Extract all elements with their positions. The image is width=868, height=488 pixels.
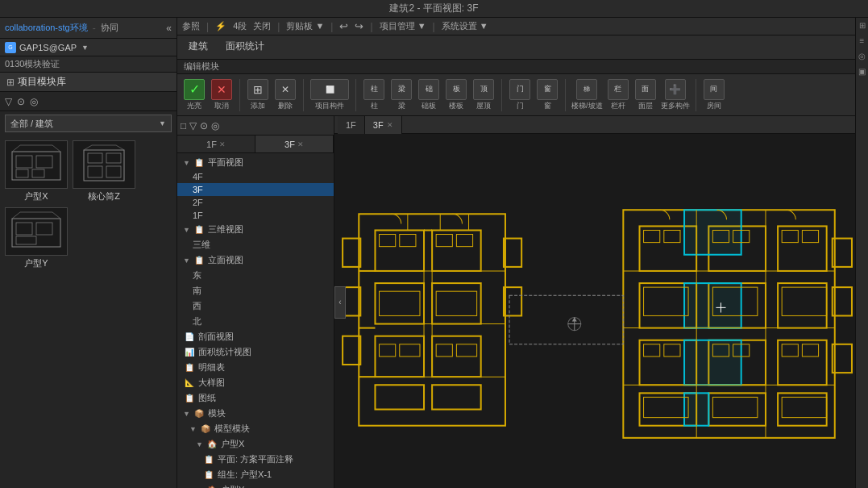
tree-icon-settings[interactable]: ⊙	[200, 120, 208, 131]
btn-stairs[interactable]: 梯 楼梯/坡道	[571, 79, 603, 111]
collab-label[interactable]: 协同	[101, 22, 118, 34]
close-filter-icon[interactable]: ◎	[30, 96, 38, 107]
tree-item-3d-views[interactable]: ▼ 📋 三维视图	[177, 222, 334, 237]
tree-tab-3f[interactable]: 3F ✕	[255, 136, 334, 152]
canvas-view[interactable]	[334, 134, 855, 488]
main-area: 参照 | ⚡ 4段 关闭 | 剪贴板 ▼ | ↩ ↪ | 项目管理 ▼ | 系统…	[177, 18, 855, 488]
tree-icon-close[interactable]: ◎	[211, 120, 219, 131]
right-icon-1[interactable]: ⊞	[859, 21, 866, 30]
btn-column[interactable]: 柱 柱	[362, 79, 386, 111]
btn-floor-slab[interactable]: 板 楼板	[444, 79, 468, 111]
tree-item-1f[interactable]: 1F	[177, 209, 334, 222]
panel-icon: ⊞	[6, 77, 15, 88]
tt-lightning[interactable]: ⚡	[215, 21, 226, 31]
btn-beam[interactable]: 梁 梁	[389, 79, 413, 111]
thumbnail-item-hutingx[interactable]: 户型X	[5, 140, 68, 202]
btn-cancel[interactable]: ✕ 取消	[210, 79, 234, 111]
tree-item-west[interactable]: 西	[177, 298, 334, 314]
btn-add[interactable]: ⊞ 添加	[246, 79, 270, 111]
dropdown-arrow[interactable]: ▼	[81, 44, 89, 52]
tree-icon-filter[interactable]: ▽	[189, 120, 197, 131]
tree-item-elevation-views[interactable]: ▼ 📋 立面视图	[177, 252, 334, 268]
canvas-tab-3f[interactable]: 3F ✕	[365, 116, 402, 134]
thumbnail-item-hexinz[interactable]: 核心筒Z	[73, 140, 135, 202]
svg-rect-57	[380, 344, 396, 357]
tab-area-stats[interactable]: 面积统计	[218, 36, 272, 59]
tt-ref[interactable]: 参照	[182, 20, 200, 32]
tree-item-area-stats[interactable]: 📊 面积统计视图	[177, 344, 334, 360]
username[interactable]: GAP1S@GAP	[19, 43, 77, 52]
tree-item-4f[interactable]: 4F	[177, 170, 334, 183]
tree-icon-rect[interactable]: □	[181, 120, 186, 131]
btn-foundation-slab[interactable]: 础 础板	[417, 79, 441, 111]
env-label[interactable]: collaboration-stg环境	[5, 22, 88, 34]
canvas-tab-1f[interactable]: 1F	[338, 116, 365, 134]
tree-item-hutingx-group[interactable]: 📋 组生: 户型X-1	[177, 467, 334, 482]
tt-project-mgmt[interactable]: 项目管理 ▼	[380, 20, 426, 32]
tree-item-module-hutingx[interactable]: ▼ 🏠 户型X	[177, 436, 334, 452]
tab-architecture[interactable]: 建筑	[181, 36, 216, 59]
btn-railing[interactable]: 栏 栏杆	[606, 79, 630, 111]
tree-item-2f[interactable]: 2F	[177, 196, 334, 209]
floor-plan-svg	[334, 152, 855, 488]
settings-icon[interactable]: ⊙	[17, 96, 25, 107]
btn-surface[interactable]: 面 面层	[633, 79, 658, 111]
tree-tab-3f-close[interactable]: ✕	[297, 140, 304, 148]
tree-item-module-hutingy[interactable]: ▼ 🏠 户型Y	[177, 482, 334, 488]
btn-project-component-label: 项目构件	[315, 101, 344, 111]
btn-door[interactable]: 门 门	[508, 79, 532, 111]
category-dropdown[interactable]: 全部 / 建筑 ▼	[5, 115, 172, 132]
btn-delete[interactable]: ✕ 删除	[273, 79, 297, 111]
validate-bar[interactable]: 0130模块验证	[0, 56, 177, 73]
tt-4seg[interactable]: 4段	[233, 20, 247, 32]
right-icon-2[interactable]: ≡	[860, 36, 865, 45]
canvas-tab-3f-close[interactable]: ✕	[387, 121, 393, 129]
svg-rect-96	[664, 344, 680, 357]
toolbar-separator-4	[501, 79, 502, 111]
icon-detail: 📐	[185, 378, 194, 387]
filter-bar: ▽ ⊙ ◎	[0, 92, 177, 111]
tree-item-north[interactable]: 北	[177, 314, 334, 329]
tt-close[interactable]: 关闭	[253, 20, 271, 32]
tree-tab-1f[interactable]: 1F ✕	[177, 136, 255, 152]
tree-item-floor-plans[interactable]: ▼ 📋 平面视图	[177, 155, 334, 170]
tree-item-east[interactable]: 东	[177, 268, 334, 283]
tt-redo[interactable]: ↪	[355, 20, 363, 32]
tree-item-3f[interactable]: 3F	[177, 183, 334, 196]
btn-room[interactable]: 间 房间	[702, 79, 726, 111]
collapse-tree-button[interactable]: ‹	[334, 286, 346, 319]
svg-rect-31	[432, 385, 481, 409]
btn-roof[interactable]: 顶 屋顶	[471, 79, 496, 111]
tree-item-south[interactable]: 南	[177, 283, 334, 298]
icon-section-views: 📄	[185, 332, 194, 341]
right-icon-4[interactable]: ▣	[858, 67, 866, 76]
thumbnail-item-hutingy[interactable]: 户型Y	[5, 207, 68, 269]
icon-elevation-views: 📋	[194, 256, 204, 265]
tree-item-3d[interactable]: 三维	[177, 237, 334, 252]
btn-project-component[interactable]: ⬜ 项目构件	[309, 79, 350, 111]
tree-item-modules[interactable]: ▼ 📦 模块	[177, 406, 334, 421]
tree-item-drawings[interactable]: 📋 图纸	[177, 390, 334, 406]
btn-confirm[interactable]: ✓ 光亮	[182, 79, 206, 111]
tree-item-schedule[interactable]: 📋 明细表	[177, 360, 334, 375]
tt-sys-settings[interactable]: 系统设置 ▼	[442, 20, 488, 32]
tree-item-detail[interactable]: 📐 大样图	[177, 375, 334, 390]
btn-floor-slab-label: 楼板	[449, 101, 463, 111]
btn-window[interactable]: 窗 窗	[535, 79, 559, 111]
filter-icon[interactable]: ▽	[5, 96, 12, 107]
tree-item-section-views[interactable]: 📄 剖面视图	[177, 329, 334, 344]
label-hutingx-group: 组生: 户型X-1	[218, 469, 272, 481]
tree-tab-1f-close[interactable]: ✕	[219, 140, 226, 148]
btn-door-label: 门	[517, 101, 524, 111]
tt-undo[interactable]: ↩	[339, 20, 348, 32]
btn-more-components[interactable]: ➕ 更多构件	[661, 79, 690, 111]
svg-rect-95	[644, 344, 660, 357]
tree-item-hutingx-plan[interactable]: 📋 平面: 方案平面注释	[177, 452, 334, 467]
collapse-icon[interactable]: «	[166, 23, 172, 34]
svg-rect-18	[36, 223, 52, 235]
tree-item-model-modules[interactable]: ▼ 📦 模型模块	[177, 421, 334, 436]
svg-rect-101	[644, 397, 689, 417]
tt-clipboard[interactable]: 剪贴板 ▼	[286, 20, 324, 32]
right-icon-3[interactable]: ◎	[858, 52, 866, 60]
svg-rect-9	[88, 153, 102, 163]
